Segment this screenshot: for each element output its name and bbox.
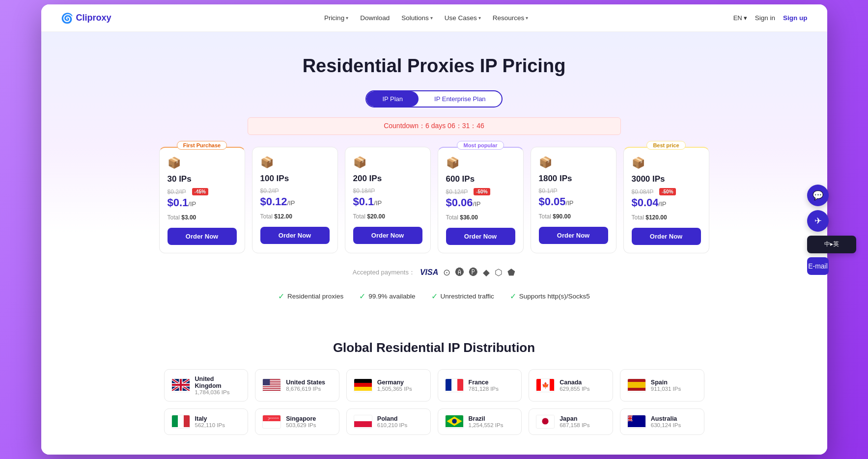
order-btn-1[interactable]: Order Now [168, 228, 237, 245]
signup-link[interactable]: Sign up [783, 14, 808, 22]
country-name-br: Brazil [469, 415, 515, 422]
svg-rect-15 [457, 379, 463, 391]
mastercard-icon: ⊙ [443, 267, 450, 278]
alipay-icon: 🅐 [455, 268, 464, 278]
flag-sg: ☽★★★★★ [262, 415, 281, 429]
resources-arrow: ▾ [526, 15, 528, 21]
nav-pricing[interactable]: Pricing ▾ [324, 14, 348, 22]
svg-rect-10 [354, 379, 372, 383]
country-ips-br: 1,254,552 IPs [469, 422, 515, 428]
svg-rect-18 [550, 379, 554, 391]
distribution-section: Global Residential IP Distribution Unite… [41, 321, 827, 455]
nav-solutions[interactable]: Solutions ▾ [401, 14, 433, 22]
svg-rect-8 [263, 390, 280, 391]
usecases-arrow: ▾ [478, 15, 481, 21]
card-ips-2: 100 IPs [260, 174, 330, 184]
country-card-de: Germany 1,505,365 IPs [346, 369, 431, 402]
plan-toggle-inner: IP Plan IP Enterprise Plan [365, 90, 502, 108]
card-badge-best: Best price [624, 141, 709, 150]
card-icon-5: 📦 [539, 156, 608, 169]
nav-usecases[interactable]: Use Cases ▾ [445, 14, 481, 22]
country-ips-jp: 687,158 IPs [560, 422, 606, 428]
svg-rect-16 [536, 379, 541, 391]
card-original-3: $0.18/IP [353, 188, 422, 194]
discount-1: -45% [192, 188, 208, 195]
card-original-5: $0.1/IP [539, 188, 608, 194]
logo-text: Cliproxy [76, 13, 112, 23]
card-ips-4: 600 IPs [446, 174, 515, 184]
translate-button[interactable]: 中▸英 [807, 236, 856, 253]
country-name-ca: Canada [560, 379, 606, 386]
flag-pl [354, 415, 372, 429]
floating-buttons: 💬 ✈ 中▸英 E-mail [807, 185, 856, 275]
card-price-6: $0.04/IP [632, 196, 701, 209]
card-original-2: $0.2/IP [260, 188, 330, 194]
distribution-title: Global Residential IP Distribution [51, 340, 817, 355]
nav-download[interactable]: Download [360, 14, 390, 22]
pricing-row: First Purchase 📦 30 IPs $0.2/IP -45% $0.… [140, 147, 729, 253]
svg-rect-12 [354, 387, 372, 391]
country-card-ca: 🍁 Canada 629,855 IPs [529, 369, 613, 402]
country-card-es: Spain 911,031 IPs [620, 369, 704, 402]
check-icon-3: ✓ [431, 292, 438, 301]
card-icon-1: 📦 [168, 157, 237, 169]
country-ips-pl: 610,210 IPs [377, 422, 423, 428]
nav-resources[interactable]: Resources ▾ [493, 14, 529, 22]
card-icon-6: 📦 [632, 157, 701, 169]
card-price-1: $0.1/IP [168, 196, 237, 209]
badge-label-first: First Purchase [177, 141, 227, 150]
flag-au [627, 415, 646, 429]
svg-rect-26 [263, 421, 280, 427]
svg-text:🍁: 🍁 [542, 381, 549, 389]
svg-rect-9 [263, 379, 270, 385]
card-price-3: $0.1/IP [353, 195, 422, 208]
badge-label-popular: Most popular [457, 141, 504, 150]
svg-rect-23 [178, 415, 184, 427]
svg-rect-24 [184, 415, 190, 427]
browser-window: 🌀 Cliproxy Pricing ▾ Download Solutions … [41, 4, 827, 455]
check-icon-2: ✓ [359, 292, 365, 301]
order-btn-6[interactable]: Order Now [632, 228, 701, 245]
tab-ip-plan[interactable]: IP Plan [366, 91, 419, 107]
order-btn-3[interactable]: Order Now [353, 227, 422, 244]
svg-text:★★★★★: ★★★★★ [269, 417, 279, 419]
country-name-us: United States [286, 379, 332, 386]
order-btn-5[interactable]: Order Now [539, 227, 608, 244]
feature-text-3: Unrestricted traffic [441, 293, 494, 300]
feature-text-2: 99.9% available [368, 293, 415, 300]
pricing-card-600: Most popular 📦 600 IPs $0.12/IP -50% $0.… [438, 147, 524, 253]
signin-link[interactable]: Sign in [755, 14, 775, 22]
logo[interactable]: 🌀 Cliproxy [61, 12, 112, 24]
country-info-jp: Japan 687,158 IPs [560, 415, 606, 428]
country-name-sg: Singapore [286, 415, 332, 422]
countdown-text: Countdown：6 days 06：31：46 [384, 122, 484, 130]
email-button[interactable]: E-mail [807, 257, 829, 275]
country-name-pl: Poland [377, 415, 423, 422]
country-ips-uk: 1,784,036 IPs [195, 389, 241, 395]
country-info-de: Germany 1,505,365 IPs [377, 379, 423, 392]
flag-uk [171, 378, 190, 392]
language-selector[interactable]: EN ▾ [733, 14, 747, 22]
telegram-button[interactable]: ✈ [807, 210, 829, 232]
country-ips-de: 1,505,365 IPs [377, 386, 423, 392]
feature-available: ✓ 99.9% available [359, 292, 415, 301]
country-info-it: Italy 562,110 IPs [195, 415, 241, 428]
country-info-au: Australia 630,124 IPs [651, 415, 697, 428]
flag-de [354, 378, 372, 392]
country-name-it: Italy [195, 415, 241, 422]
svg-rect-29 [354, 415, 372, 421]
pricing-card-30: First Purchase 📦 30 IPs $0.2/IP -45% $0.… [159, 147, 245, 253]
pricing-card-100: 📦 100 IPs $0.2/IP $0.12/IP Total $12.00 … [252, 147, 338, 253]
feature-text-1: Residential proxies [287, 293, 343, 300]
eth-icon: ◆ [483, 267, 490, 278]
country-name-uk: United Kingdom [195, 376, 241, 389]
card-price-2: $0.12/IP [260, 195, 330, 208]
tab-enterprise-plan[interactable]: IP Enterprise Plan [419, 91, 502, 107]
order-btn-2[interactable]: Order Now [260, 227, 330, 244]
country-name-jp: Japan [560, 415, 606, 422]
chat-button[interactable]: 💬 [807, 185, 829, 206]
country-info-fr: France 781,128 IPs [469, 379, 515, 392]
order-btn-4[interactable]: Order Now [446, 228, 515, 245]
flag-br [445, 415, 464, 429]
country-name-de: Germany [377, 379, 423, 386]
